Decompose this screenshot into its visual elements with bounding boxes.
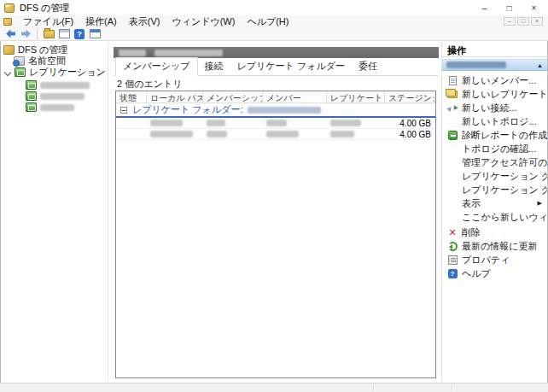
action-replication-group[interactable]: レプリケーション グループの...: [442, 183, 547, 196]
toolbar-separator: [37, 29, 38, 39]
menu-help[interactable]: ヘルプ(H): [241, 15, 294, 28]
cell-membership: [203, 120, 263, 126]
collapse-group-icon[interactable]: [120, 107, 127, 114]
help-icon[interactable]: ?: [73, 29, 85, 39]
cell-member: [263, 131, 327, 137]
tree-item-replication[interactable]: レプリケーション: [1, 67, 108, 78]
window-title: DFS の管理: [20, 2, 69, 15]
action-new-member[interactable]: 新しいメンバー...: [442, 73, 547, 87]
tab-delegation[interactable]: 委任: [352, 58, 384, 75]
redacted-group-type: [154, 50, 223, 56]
child-minimize-button[interactable]: –: [504, 17, 516, 26]
app-icon: [4, 3, 15, 13]
table-row[interactable]: 4.00 GB: [116, 118, 435, 129]
forward-icon[interactable]: [20, 29, 32, 39]
child-close-button[interactable]: ×: [531, 17, 543, 26]
status-bar-divider: [373, 384, 374, 391]
tree-item-replication-group[interactable]: [1, 79, 108, 91]
submenu-arrow-icon: ▶: [538, 200, 542, 207]
column-header-replicated-folder[interactable]: レプリケート フォル...: [327, 91, 385, 102]
redacted-group-name: [119, 50, 146, 56]
status-bar: [0, 383, 548, 392]
results-pane: メンバーシップ 接続 レプリケート フォルダー 委任 2 個のエントリ 状態 ロ…: [114, 47, 439, 378]
tab-replicated-folders[interactable]: レプリケート フォルダー: [230, 58, 352, 75]
action-properties[interactable]: プロパティ: [442, 253, 547, 266]
title-bar: DFS の管理 – □ ×: [0, 0, 548, 15]
tab-connections[interactable]: 接続: [198, 58, 230, 75]
replication-group-icon: [26, 102, 37, 112]
window-controls: – □ ×: [472, 0, 546, 15]
action-delegate-permissions[interactable]: 管理アクセス許可の委任...: [442, 155, 547, 169]
new-member-icon: [446, 75, 458, 85]
console-tree-icon[interactable]: [58, 29, 70, 39]
tab-memberships[interactable]: メンバーシップ: [115, 57, 198, 76]
back-icon[interactable]: [4, 29, 16, 39]
list-header: 状態 ローカル パス メンバーシップの... メンバー レプリケート フォル..…: [116, 91, 435, 103]
close-button[interactable]: ×: [522, 0, 546, 15]
column-header-member[interactable]: メンバー: [263, 91, 327, 102]
column-header-local-path[interactable]: ローカル パス: [147, 91, 203, 102]
tree-item-label: レプリケーション: [29, 66, 106, 79]
action-help[interactable]: ? ヘルプ: [442, 266, 547, 280]
minimize-button[interactable]: –: [472, 0, 497, 15]
membership-list: 状態 ローカル パス メンバーシップの... メンバー レプリケート フォル..…: [115, 91, 436, 378]
redacted-label: [40, 104, 74, 111]
menu-view[interactable]: 表示(V): [123, 15, 166, 28]
action-replication-group-schedule[interactable]: レプリケーション グループ ス...: [442, 169, 547, 183]
delete-icon: ✕: [446, 227, 458, 237]
new-connection-icon: [446, 102, 458, 113]
action-create-diagnostic-report[interactable]: 診断レポートの作成...: [442, 128, 547, 142]
diagnostic-report-icon: [446, 130, 458, 140]
redacted-label: [40, 82, 90, 89]
group-row-label: レプリケート フォルダー:: [132, 103, 242, 116]
table-row[interactable]: 4.00 GB: [116, 129, 435, 140]
replication-group-icon: [26, 91, 37, 101]
cell-replicated-folder: [327, 120, 385, 126]
collapse-arrow-icon[interactable]: ▲: [537, 62, 543, 68]
menu-action[interactable]: 操作(A): [79, 15, 123, 28]
cell-membership: [203, 131, 263, 137]
new-window-icon[interactable]: [89, 29, 101, 39]
refresh-icon: [446, 241, 458, 251]
toolbar-folder-icon[interactable]: [43, 29, 55, 39]
tree-item-replication-group[interactable]: [1, 91, 108, 102]
column-header-membership[interactable]: メンバーシップの...: [203, 91, 263, 102]
action-view[interactable]: 表示 ▶: [442, 196, 547, 210]
menu-window[interactable]: ウィンドウ(W): [166, 15, 241, 28]
action-delete[interactable]: ✕ 削除: [442, 225, 547, 239]
tree-item-replication-group[interactable]: [1, 102, 108, 113]
action-new-window-from-here[interactable]: ここから新しいウィンドウ: [442, 210, 547, 224]
chevron-down-icon[interactable]: [5, 69, 11, 75]
column-header-staging-quota[interactable]: ステージング クォ...: [385, 91, 434, 102]
properties-icon: [446, 255, 458, 265]
console-tree: DFS の管理 名前空間 レプリケーション: [1, 43, 108, 381]
redacted-group-name: [446, 61, 506, 68]
column-header-state[interactable]: 状態: [116, 91, 147, 102]
action-new-connection[interactable]: 新しい接続...: [442, 101, 547, 114]
child-restore-button[interactable]: □: [517, 17, 529, 26]
actions-group-header[interactable]: ▲: [442, 59, 547, 71]
cell-staging-quota: 4.00 GB: [385, 119, 434, 128]
replication-group-icon: [26, 80, 37, 90]
cell-replicated-folder: [327, 131, 385, 137]
redacted-folder-name: [248, 107, 321, 114]
toolbar: ?: [0, 27, 548, 41]
menu-file[interactable]: ファイル(F): [17, 15, 79, 28]
cell-member: [263, 120, 327, 126]
new-replicated-folder-icon: [446, 89, 458, 99]
child-window-controls: – □ ×: [504, 17, 543, 26]
action-verify-topology[interactable]: トポロジの確認...: [442, 142, 547, 155]
maximize-button[interactable]: □: [497, 0, 522, 15]
cell-local-path: [147, 131, 203, 137]
dfs-management-window: { "window": { "title": "DFS の管理", "contr…: [0, 0, 548, 392]
status-bar-divider: [452, 384, 452, 391]
tab-strip: メンバーシップ 接続 レプリケート フォルダー 委任: [114, 61, 439, 76]
action-refresh[interactable]: 最新の情報に更新: [442, 239, 547, 253]
help-icon: ?: [446, 268, 458, 278]
group-row-replicated-folder[interactable]: レプリケート フォルダー:: [116, 103, 435, 116]
cell-staging-quota: 4.00 GB: [385, 130, 434, 139]
actions-pane-title: 操作: [442, 43, 547, 57]
action-new-replicated-folder[interactable]: 新しいレプリケート フォルダー...: [442, 87, 547, 101]
action-new-topology[interactable]: 新しいトポロジ...: [442, 114, 547, 128]
redacted-label: [40, 93, 85, 100]
